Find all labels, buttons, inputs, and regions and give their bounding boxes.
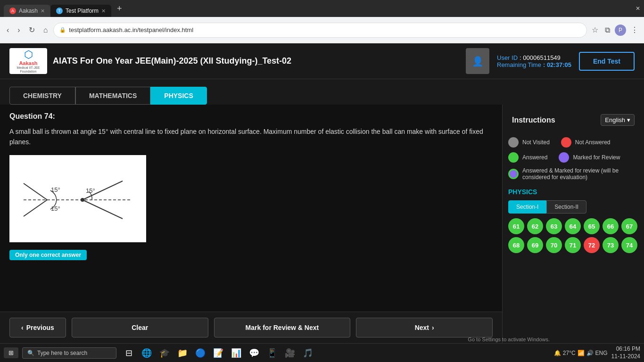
bottom-nav: ‹ Previous Clear Mark for Review & Next … (0, 312, 502, 343)
task-view-icon[interactable]: ⊟ (120, 345, 137, 362)
word-icon[interactable]: 📝 (210, 345, 227, 362)
next-button[interactable]: Next › (356, 318, 493, 337)
q-num-70[interactable]: 70 (546, 237, 562, 253)
question-content: Question 74: A small ball is thrown at a… (0, 105, 502, 312)
not-answered-dot (561, 137, 571, 148)
section-tab-i[interactable]: Section-I (508, 200, 546, 214)
date-display: 11-11-2024 (611, 353, 640, 361)
content-area: Question 74: A small ball is thrown at a… (0, 105, 644, 343)
q-num-65[interactable]: 65 (584, 218, 600, 234)
instructions-label: Instructions (512, 116, 555, 124)
end-test-button[interactable]: End Test (579, 52, 635, 71)
menu-button[interactable]: ⋮ (629, 24, 640, 36)
taskbar-sys-icons: 🔔 27°C 📶 🔊 ENG (554, 350, 608, 356)
q-num-66[interactable]: 66 (603, 218, 619, 234)
svg-text:15°: 15° (86, 187, 95, 194)
remaining-value: : 02:37:05 (543, 61, 571, 68)
legend-answered-marked: Answered & Marked for review (will be co… (508, 167, 638, 181)
extensions-button[interactable]: ⧉ (603, 24, 612, 36)
avatar: 👤 (466, 48, 489, 74)
user-info: User ID: 00006511549 Remaining Time: 02:… (497, 54, 571, 68)
search-label: Type here to search (37, 350, 87, 356)
chrome-icon[interactable]: 🌐 (138, 345, 155, 362)
q-num-74[interactable]: 74 (621, 237, 637, 253)
tab-test-close[interactable]: ✕ (101, 8, 106, 14)
language-select[interactable]: English ▾ (601, 114, 635, 126)
tab-aakash-close[interactable]: ✕ (41, 8, 45, 14)
q-num-61[interactable]: 61 (508, 218, 524, 234)
logo-icon: ⬡ (13, 49, 43, 61)
tab-physics[interactable]: PHYSICS (150, 87, 206, 105)
app-header: ⬡ Aakash Medical IIT-JEE Foundation AIAT… (0, 43, 644, 79)
new-tab-button[interactable]: + (113, 2, 126, 16)
svg-text:15°: 15° (51, 205, 60, 212)
svg-point-9 (81, 198, 84, 202)
right-panel: Instructions English ▾ Not Visited Not A… (503, 105, 644, 343)
q-num-64[interactable]: 64 (565, 218, 581, 234)
home-button[interactable]: ⌂ (41, 24, 51, 36)
legend: Not Visited Not Answered Answered Marked… (508, 137, 638, 181)
prev-arrow-icon: ‹ (21, 324, 24, 331)
svg-rect-0 (9, 155, 146, 242)
subject-tabs: CHEMISTRY MATHEMATICS PHYSICS (0, 79, 644, 105)
user-id-label: User ID (497, 54, 518, 61)
taskbar: ⊞ 🔍 Type here to search ⊟ 🌐 🎓 📁 🔵 📝 📊 💬 … (0, 343, 644, 362)
profile-button[interactable]: P (615, 25, 626, 36)
answered-marked-dot (508, 169, 519, 179)
start-button[interactable]: ⊞ (4, 347, 18, 358)
tab-chemistry[interactable]: CHEMISTRY (9, 87, 75, 105)
excel-icon[interactable]: 📊 (228, 345, 245, 362)
tab-mathematics[interactable]: MATHEMATICS (75, 87, 150, 105)
user-id-value: : 00006511549 (520, 54, 561, 61)
question-title: Question 74: (9, 112, 493, 121)
taskbar-right: 🔔 27°C 📶 🔊 ENG 06:16 PM 11-11-2024 (554, 346, 644, 360)
remaining-label: Remaining Time (497, 61, 541, 68)
marked-review-label: Marked for Review (573, 154, 620, 161)
not-visited-label: Not Visited (522, 139, 550, 146)
instructions-row: Instructions English ▾ (508, 110, 638, 130)
spotify-icon[interactable]: 🎵 (299, 345, 316, 362)
refresh-button[interactable]: ↻ (26, 24, 38, 36)
mark-review-button[interactable]: Mark for Review & Next (214, 318, 351, 337)
window-close[interactable]: ✕ (636, 5, 640, 12)
marked-review-dot (559, 152, 569, 163)
edge-icon[interactable]: 🔵 (192, 345, 209, 362)
address-bar[interactable]: 🔒 testplatform.aakash.ac.in/testpanel/in… (53, 23, 587, 38)
back-button[interactable]: ‹ (4, 24, 12, 36)
section-tab-ii[interactable]: Section-II (546, 200, 586, 214)
taskbar-time[interactable]: 06:16 PM 11-11-2024 (611, 346, 640, 360)
legend-not-visited: Not Visited Not Answered (508, 137, 638, 148)
taskbar-search[interactable]: 🔍 Type here to search (22, 347, 116, 359)
q-num-73[interactable]: 73 (603, 237, 619, 253)
svg-text:15°: 15° (51, 186, 60, 193)
bookmark-star[interactable]: ☆ (590, 24, 600, 36)
test-favicon: T (56, 8, 63, 14)
files-icon[interactable]: 📁 (174, 345, 191, 362)
question-text: A small ball is thrown at angle 15° with… (9, 126, 493, 148)
previous-button[interactable]: ‹ Previous (9, 318, 66, 337)
search-icon: 🔍 (27, 350, 34, 356)
whatsapp-icon[interactable]: 📱 (264, 345, 281, 362)
q-num-62[interactable]: 62 (527, 218, 543, 234)
q-num-67[interactable]: 67 (621, 218, 637, 234)
q-num-72[interactable]: 72 (584, 237, 600, 253)
q-num-68[interactable]: 68 (508, 237, 524, 253)
forward-button[interactable]: › (15, 24, 23, 36)
tab-aakash[interactable]: A Aakash ✕ (4, 5, 50, 17)
logo-sub: Medical IIT-JEE Foundation (13, 66, 43, 73)
q-num-71[interactable]: 71 (565, 237, 581, 253)
grad-icon[interactable]: 🎓 (156, 345, 173, 362)
q-num-69[interactable]: 69 (527, 237, 543, 253)
teams-icon[interactable]: 💬 (246, 345, 263, 362)
nav-bar: ‹ › ↻ ⌂ 🔒 testplatform.aakash.ac.in/test… (0, 17, 644, 43)
clear-button[interactable]: Clear (72, 318, 208, 337)
taskbar-icons: ⊟ 🌐 🎓 📁 🔵 📝 📊 💬 📱 🎥 🎵 (120, 345, 316, 362)
tab-bar: A Aakash ✕ T Test Platform ✕ + ✕ (0, 0, 644, 17)
lang-indicator: ENG (595, 350, 608, 356)
zoom-icon[interactable]: 🎥 (281, 345, 298, 362)
tab-test-platform[interactable]: T Test Platform ✕ (50, 5, 111, 17)
not-visited-dot (508, 137, 519, 148)
time-display: 06:16 PM (611, 346, 640, 353)
q-num-63[interactable]: 63 (546, 218, 562, 234)
notification-icon[interactable]: 🔔 (554, 350, 561, 356)
